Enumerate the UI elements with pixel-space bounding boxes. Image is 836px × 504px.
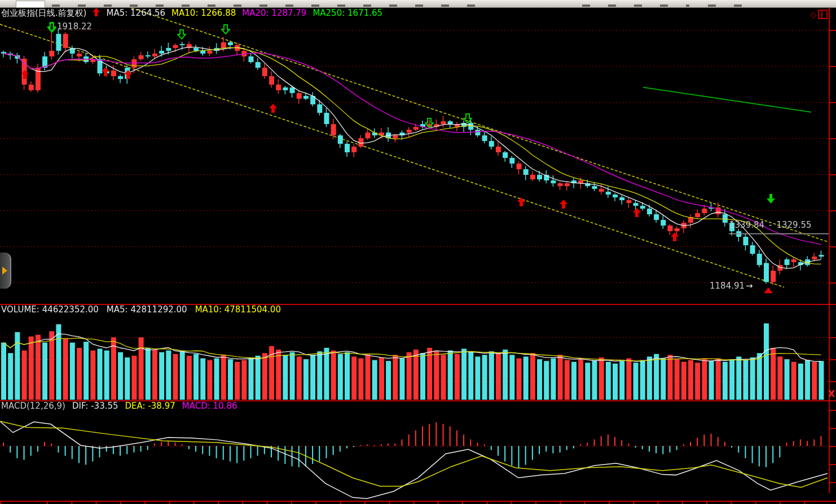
volume-value: VOLUME: 44622352.00 (1, 305, 99, 314)
sell-signal-arrow-solid-icon (767, 194, 775, 206)
sidebar-expand-handle[interactable] (0, 253, 11, 289)
buy-signal-arrow-icon (671, 232, 679, 244)
sell-signal-arrow-icon (177, 29, 186, 42)
volume-ma5-value: MA5: 42811292.00 (107, 305, 187, 314)
macd-pane-header: MACD(12,26,9) DIF: -33.55 DEA: -38.97 MA… (1, 401, 237, 410)
up-arrow-icon (93, 8, 100, 18)
volume-ma10-value: MA10: 47811504.00 (195, 305, 281, 314)
macd-value: MACD: 10.86 (182, 401, 237, 410)
volume-pane-header: VOLUME: 44622352.00 MA5: 42811292.00 MA1… (1, 305, 281, 314)
sell-signal-arrow-icon (463, 113, 472, 126)
menu-items-clipped (582, 5, 689, 7)
sell-signal-arrow-icon (47, 23, 56, 35)
buy-signal-arrow-icon (21, 70, 29, 81)
menu-items-clipped (708, 5, 759, 7)
low-price-label: 1184.91 → (710, 281, 753, 291)
instrument-title: 创业板指(日线.前复权) (1, 8, 86, 17)
buy-signal-arrow-icon (102, 67, 109, 78)
ma5-value: MA5: 1264.56 (106, 8, 165, 17)
dif-value: DIF: -33.55 (72, 401, 118, 410)
ma250-value: MA250: 1671.65 (313, 8, 382, 17)
window-icon[interactable] (818, 10, 828, 19)
right-arrow-icon: → (746, 281, 753, 291)
diamond-icon[interactable]: ◇ (810, 11, 817, 19)
price-pane-header: 创业板指(日线.前复权) MA5: 1264.56 MA10: 1266.88 … (1, 8, 382, 18)
low-price-value: 1184.91 (710, 281, 745, 291)
menu-items-clipped (52, 5, 481, 7)
ruler-price-label: 1339.84 - 1329.55 (729, 220, 811, 230)
buy-signal-arrow-icon (269, 104, 277, 115)
ruler-end-price: 1329.55 (776, 220, 811, 230)
expand-triangle-icon (2, 267, 7, 275)
ruler-dash: - (769, 220, 772, 230)
buy-signal-arrow-icon (560, 200, 567, 211)
buy-signal-arrow-icon (124, 70, 132, 81)
ma20-value: MA20: 1287.79 (242, 8, 306, 17)
window-icon-bar (821, 11, 822, 18)
menu-button[interactable] (16, 1, 45, 8)
ma10-value: MA10: 1266.88 (171, 8, 236, 17)
buy-signal-arrow-icon (633, 208, 641, 219)
close-indicator-button[interactable]: X (828, 388, 835, 399)
sell-signal-arrow-icon (425, 118, 434, 130)
high-price-label: 1918.22 (57, 21, 92, 32)
ruler-start-price: 1339.84 (729, 220, 764, 230)
dea-value: DEA: -38.97 (125, 401, 175, 410)
macd-name: MACD(12,26,9) (1, 401, 65, 410)
trading-terminal: 创业板指(日线.前复权) MA5: 1264.56 MA10: 1266.88 … (0, 0, 836, 504)
sell-signal-arrow-icon (221, 24, 230, 37)
low-point-triangle-icon (764, 285, 773, 295)
buy-signal-arrow-icon (517, 197, 525, 209)
menu-bar[interactable] (0, 0, 836, 8)
